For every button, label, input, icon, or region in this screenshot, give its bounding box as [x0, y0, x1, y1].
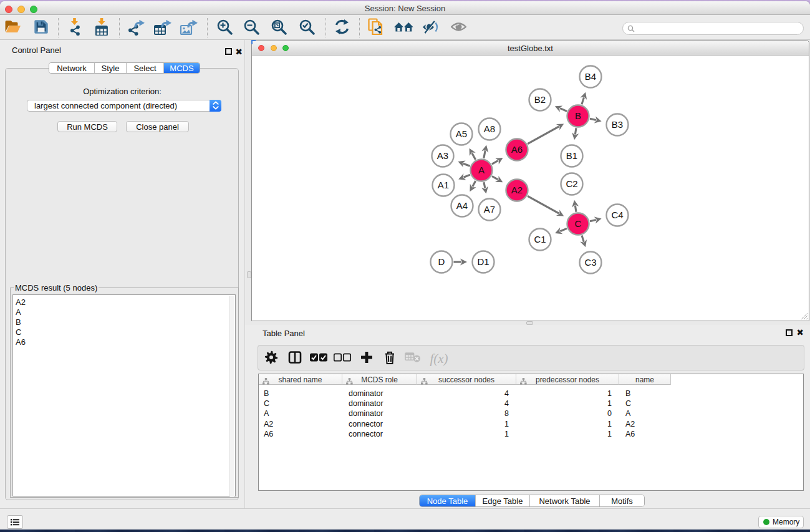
edge-A-A2[interactable]: [492, 177, 498, 180]
column-header-shared-name[interactable]: shared name: [259, 374, 342, 385]
cell-name: A: [619, 409, 671, 418]
save-session-button[interactable]: [32, 19, 51, 37]
edge-C-C2[interactable]: [575, 206, 576, 212]
edge-B-B2[interactable]: [560, 109, 567, 112]
control-panel-close-icon[interactable]: ✖: [234, 47, 244, 57]
tab-style[interactable]: Style: [95, 63, 127, 73]
table-panel-close-icon[interactable]: ✖: [795, 327, 805, 337]
home-button[interactable]: [395, 19, 413, 37]
search-input[interactable]: [635, 23, 803, 34]
window-resize-grip[interactable]: [799, 311, 808, 319]
search-field[interactable]: [622, 22, 804, 35]
window-titlebar: Session: New Session: [0, 1, 810, 15]
node-label-C: C: [575, 218, 582, 229]
memory-status-dot-icon: [763, 519, 769, 525]
deselect-all-check-button[interactable]: [333, 349, 352, 368]
edge-C-C3[interactable]: [582, 236, 584, 242]
delete-columns-trash-button[interactable]: [380, 349, 399, 368]
result-item[interactable]: A: [13, 307, 235, 317]
edge-A2-C[interactable]: [528, 196, 559, 213]
criterion-dropdown-value: largest connected component (directed): [27, 101, 210, 110]
edge-C-C4[interactable]: [590, 220, 596, 221]
show-details-button[interactable]: [449, 19, 468, 37]
edge-A-A8[interactable]: [484, 150, 485, 158]
cell-successor-nodes: 8: [417, 409, 516, 418]
tab-edge-table[interactable]: Edge Table: [476, 495, 530, 506]
result-item[interactable]: A2: [13, 297, 235, 307]
result-item[interactable]: C: [13, 327, 235, 337]
tab-node-table[interactable]: Node Table: [420, 495, 476, 506]
table-row-A6[interactable]: A6connector11A6: [259, 429, 671, 439]
column-header-MCDS-role[interactable]: MCDS role: [342, 374, 417, 385]
zoom-in-button[interactable]: [215, 19, 234, 37]
criterion-dropdown[interactable]: largest connected component (directed): [27, 100, 221, 112]
table-row-A[interactable]: Adominator80A: [259, 409, 671, 418]
export-image-button[interactable]: [180, 19, 198, 37]
save-session-icon: [34, 19, 49, 37]
tab-motifs[interactable]: Motifs: [600, 495, 644, 506]
import-table-button[interactable]: [92, 19, 111, 37]
import-network-button[interactable]: [65, 19, 84, 37]
close-panel-button[interactable]: Close panel: [126, 121, 189, 132]
tab-mcds[interactable]: MCDS: [164, 63, 200, 73]
edge-A-A3[interactable]: [463, 163, 470, 166]
export-network-icon: [127, 18, 146, 38]
mcds-result-list[interactable]: A2ABCA6: [12, 294, 236, 496]
table-row-A2[interactable]: A2connector11A2: [259, 419, 671, 429]
export-table-icon: [153, 18, 172, 38]
edge-A-A4[interactable]: [473, 181, 476, 186]
table-row-C[interactable]: Cdominator41C: [259, 399, 671, 409]
toggle-panel-columns-button[interactable]: [286, 349, 304, 368]
result-item[interactable]: A6: [13, 337, 235, 347]
cell-shared-name: A6: [259, 429, 342, 439]
control-panel-tabs: NetworkStyleSelectMCDS: [49, 62, 200, 74]
column-header-name[interactable]: name: [619, 374, 671, 385]
edge-A-A6[interactable]: [492, 161, 498, 165]
cell-MCDS-role: dominator: [342, 389, 417, 399]
result-list-scrollbar[interactable]: [229, 296, 234, 497]
control-panel-float-icon[interactable]: [225, 48, 232, 55]
table-row-B[interactable]: Bdominator41B: [259, 389, 671, 399]
node-table[interactable]: shared nameMCDS rolesuccessor nodesprede…: [258, 374, 804, 491]
column-header-predecessor-nodes[interactable]: predecessor nodes: [516, 374, 619, 385]
node-table-header: shared nameMCDS rolesuccessor nodesprede…: [259, 374, 671, 385]
toggle-panel-columns-icon: [288, 351, 302, 367]
edge-B-B3[interactable]: [590, 118, 596, 120]
edge-B-B4[interactable]: [582, 97, 584, 104]
zoom-out-button[interactable]: [242, 19, 261, 37]
share-session-button[interactable]: [367, 19, 385, 37]
toolbar-separator: [207, 18, 208, 37]
export-table-button[interactable]: [153, 19, 172, 37]
vertical-splitter-grip[interactable]: [247, 271, 251, 278]
edge-C-C1[interactable]: [560, 228, 567, 231]
network-canvas[interactable]: AA6A2BCA5A8A3A1A4A7B2B4B3B1C2C4C1C3DD1: [252, 56, 809, 321]
refresh-button[interactable]: [332, 19, 351, 37]
edge-A-A1[interactable]: [464, 175, 470, 177]
cell-MCDS-role: connector: [342, 429, 417, 439]
tab-select[interactable]: Select: [127, 63, 164, 73]
edge-B-B1[interactable]: [575, 128, 576, 134]
memory-button[interactable]: Memory: [758, 516, 804, 528]
result-item[interactable]: B: [13, 317, 235, 327]
hide-details-icon: [422, 21, 440, 36]
export-network-button[interactable]: [127, 19, 146, 37]
select-all-check-button[interactable]: [309, 349, 328, 368]
run-mcds-button[interactable]: Run MCDS: [57, 121, 117, 132]
column-header-successor-nodes[interactable]: successor nodes: [417, 374, 516, 385]
create-column-plus-button[interactable]: [357, 349, 376, 368]
tab-network[interactable]: Network: [49, 63, 95, 73]
deselect-all-check-icon: [333, 352, 352, 365]
table-mode-gear-button[interactable]: [262, 349, 281, 368]
cell-MCDS-role: dominator: [342, 399, 417, 409]
table-panel-float-icon[interactable]: [786, 329, 793, 336]
edge-A-A7[interactable]: [484, 182, 485, 188]
tab-network-table[interactable]: Network Table: [530, 495, 600, 506]
zoom-fit-button[interactable]: [269, 19, 288, 37]
zoom-selected-button[interactable]: [297, 19, 316, 37]
edge-A-A5[interactable]: [472, 153, 476, 160]
task-history-button[interactable]: [7, 515, 23, 529]
hide-details-button[interactable]: [422, 19, 440, 37]
open-file-button[interactable]: [3, 19, 22, 37]
edge-A6-B[interactable]: [528, 127, 559, 144]
network-window-titlebar[interactable]: testGlobe.txt: [252, 41, 809, 56]
